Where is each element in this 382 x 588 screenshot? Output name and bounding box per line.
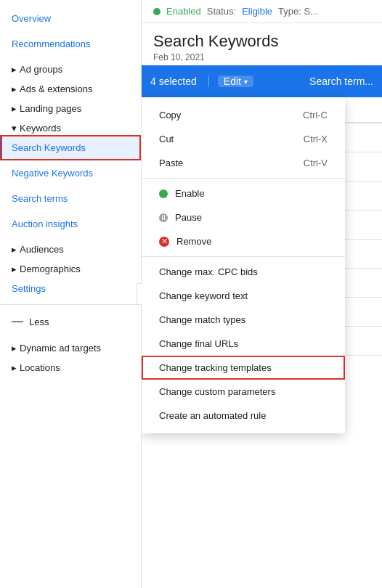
- sidebar-item-ad-groups[interactable]: ▸ Ad groups: [0, 57, 141, 76]
- minus-icon: —: [12, 315, 23, 328]
- search-terms-label: Search term...: [309, 75, 373, 87]
- dropdown-item-change-custom-parameters[interactable]: Change custom parameters: [142, 380, 345, 404]
- sidebar-item-ads-extensions[interactable]: ▸ Ads & extensions: [0, 76, 141, 96]
- type-label: Type: S...: [278, 6, 318, 17]
- eligible-label: Eligible: [242, 6, 272, 17]
- chevron-right-icon: ▸: [12, 264, 17, 274]
- dropdown-item-copy[interactable]: Copy Ctrl-C: [142, 103, 345, 127]
- chevron-right-icon: ▸: [12, 103, 17, 114]
- dropdown-item-change-tracking-templates[interactable]: Change tracking templates: [142, 356, 345, 380]
- selected-count-label: 4 selected: [150, 75, 209, 87]
- sidebar-item-audiences[interactable]: ▸ Audiences: [0, 237, 141, 256]
- edit-button[interactable]: Edit ▾: [218, 75, 253, 87]
- sidebar-item-auction-insights[interactable]: Auction insights: [0, 211, 141, 237]
- sidebar-item-overview[interactable]: Overview: [0, 6, 141, 31]
- page-header: Search Keywords Feb 10, 2021: [142, 23, 382, 65]
- dropdown-item-enable[interactable]: Enable: [142, 181, 345, 205]
- chevron-right-icon: ▸: [12, 244, 17, 255]
- dropdown-item-remove[interactable]: ✕ Remove: [142, 229, 345, 253]
- enabled-label: Enabled: [166, 6, 201, 17]
- green-dot-icon: [159, 189, 168, 198]
- dropdown-item-change-match-types[interactable]: Change match types: [142, 308, 345, 332]
- chevron-down-icon: ▾: [12, 123, 17, 134]
- status-label: Status:: [207, 6, 236, 17]
- chevron-right-icon: ▸: [12, 83, 17, 94]
- pause-icon: [159, 213, 168, 222]
- sidebar-item-keywords[interactable]: ▾ Keywords: [0, 115, 141, 135]
- dropdown-item-pause[interactable]: Pause: [142, 205, 345, 229]
- main-content: Enabled Status: Eligible Type: S... Sear…: [142, 0, 382, 588]
- sidebar-item-locations[interactable]: ▸ Locations: [0, 355, 141, 375]
- sidebar-item-search-keywords[interactable]: Search Keywords: [0, 135, 141, 160]
- dropdown-item-cut[interactable]: Cut Ctrl-X: [142, 127, 345, 151]
- dropdown-item-change-max-cpc[interactable]: Change max. CPC bids: [142, 260, 345, 284]
- chevron-right-icon: ▸: [12, 362, 17, 373]
- sidebar: Overview Recommendations ▸ Ad groups ▸ A…: [0, 0, 142, 588]
- remove-icon: ✕: [159, 237, 169, 247]
- enabled-dot-icon: [153, 8, 160, 15]
- dropdown-item-paste[interactable]: Paste Ctrl-V: [142, 151, 345, 175]
- chevron-right-icon: ▸: [12, 343, 17, 354]
- status-bar: Enabled Status: Eligible Type: S...: [142, 0, 382, 23]
- page-title: Search Keywords: [153, 32, 370, 51]
- sidebar-item-less[interactable]: — Less: [0, 308, 141, 335]
- sidebar-item-search-terms[interactable]: Search terms: [0, 186, 141, 211]
- dropdown-item-create-automated-rule[interactable]: Create an automated rule: [142, 404, 345, 428]
- page-date: Feb 10, 2021: [153, 52, 370, 62]
- sidebar-item-negative-keywords[interactable]: Negative Keywords: [0, 160, 141, 186]
- dropdown-item-change-keyword-text[interactable]: Change keyword text: [142, 284, 345, 308]
- chevron-down-icon: ▾: [244, 78, 248, 86]
- sidebar-item-dynamic-ad-targets[interactable]: ▸ Dynamic ad targets: [0, 335, 141, 355]
- toolbar-container: 4 selected Edit ▾ Search term... Copy Ct…: [142, 65, 382, 97]
- chevron-right-icon: ▸: [12, 64, 17, 75]
- dropdown-item-change-final-urls[interactable]: Change final URLs: [142, 332, 345, 356]
- sidebar-item-recommendations[interactable]: Recommendations: [0, 31, 141, 57]
- sidebar-item-landing-pages[interactable]: ▸ Landing pages: [0, 96, 141, 115]
- sidebar-item-settings[interactable]: Settings: [0, 276, 141, 301]
- toolbar: 4 selected Edit ▾ Search term...: [142, 65, 382, 97]
- edit-dropdown-menu: Copy Ctrl-C Cut Ctrl-X Paste Ctrl-V Enab…: [142, 97, 345, 433]
- sidebar-item-demographics[interactable]: ▸ Demographics: [0, 256, 141, 276]
